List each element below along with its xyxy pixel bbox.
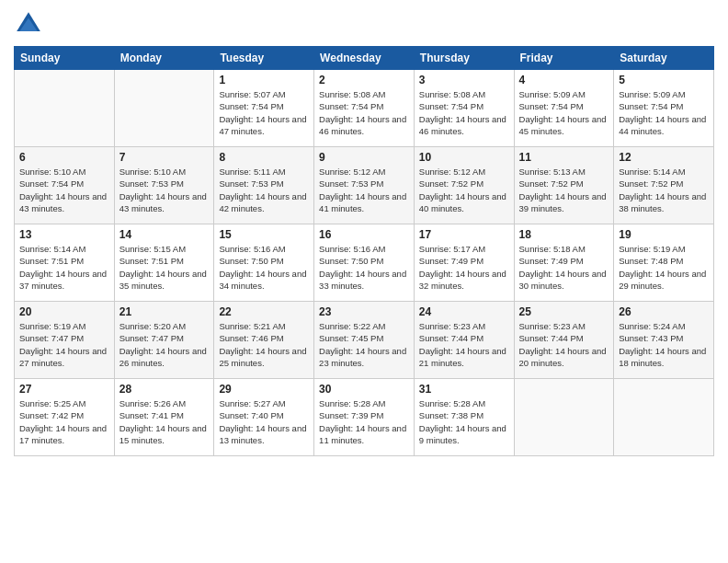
day-cell: 13Sunrise: 5:14 AM Sunset: 7:51 PM Dayli…	[15, 224, 115, 302]
day-number: 6	[19, 151, 109, 164]
day-cell: 19Sunrise: 5:19 AM Sunset: 7:48 PM Dayli…	[614, 224, 714, 302]
day-number: 20	[19, 305, 109, 318]
calendar-page: SundayMondayTuesdayWednesdayThursdayFrid…	[0, 0, 728, 563]
day-cell	[514, 379, 614, 456]
header-cell-tuesday: Tuesday	[214, 47, 314, 70]
day-info: Sunrise: 5:08 AM Sunset: 7:54 PM Dayligh…	[419, 88, 509, 137]
day-info: Sunrise: 5:28 AM Sunset: 7:38 PM Dayligh…	[419, 397, 509, 446]
day-cell: 16Sunrise: 5:16 AM Sunset: 7:50 PM Dayli…	[314, 224, 415, 302]
day-cell	[614, 379, 714, 456]
day-info: Sunrise: 5:23 AM Sunset: 7:44 PM Dayligh…	[519, 320, 609, 369]
day-number: 25	[519, 305, 609, 318]
day-cell: 22Sunrise: 5:21 AM Sunset: 7:46 PM Dayli…	[214, 302, 314, 379]
day-cell: 7Sunrise: 5:10 AM Sunset: 7:53 PM Daylig…	[114, 147, 214, 224]
day-number: 7	[119, 151, 210, 164]
day-info: Sunrise: 5:26 AM Sunset: 7:41 PM Dayligh…	[119, 397, 210, 446]
day-number: 30	[319, 383, 409, 396]
day-info: Sunrise: 5:19 AM Sunset: 7:48 PM Dayligh…	[619, 243, 709, 292]
day-info: Sunrise: 5:24 AM Sunset: 7:43 PM Dayligh…	[619, 320, 709, 369]
day-number: 21	[119, 305, 210, 318]
day-info: Sunrise: 5:20 AM Sunset: 7:47 PM Dayligh…	[119, 320, 210, 369]
day-number: 5	[619, 74, 709, 86]
day-number: 12	[619, 151, 709, 164]
day-cell: 15Sunrise: 5:16 AM Sunset: 7:50 PM Dayli…	[214, 224, 314, 302]
day-info: Sunrise: 5:19 AM Sunset: 7:47 PM Dayligh…	[19, 320, 109, 369]
day-info: Sunrise: 5:18 AM Sunset: 7:49 PM Dayligh…	[519, 243, 609, 292]
day-cell	[15, 70, 115, 147]
day-number: 31	[419, 383, 509, 396]
day-info: Sunrise: 5:22 AM Sunset: 7:45 PM Dayligh…	[319, 320, 409, 369]
day-info: Sunrise: 5:25 AM Sunset: 7:42 PM Dayligh…	[19, 397, 109, 446]
header-cell-sunday: Sunday	[15, 47, 115, 70]
day-number: 23	[319, 305, 409, 318]
day-number: 27	[19, 383, 109, 396]
header-cell-thursday: Thursday	[414, 47, 514, 70]
day-info: Sunrise: 5:07 AM Sunset: 7:54 PM Dayligh…	[219, 88, 309, 137]
day-info: Sunrise: 5:16 AM Sunset: 7:50 PM Dayligh…	[319, 243, 409, 292]
day-info: Sunrise: 5:21 AM Sunset: 7:46 PM Dayligh…	[219, 320, 309, 369]
day-cell: 12Sunrise: 5:14 AM Sunset: 7:52 PM Dayli…	[614, 147, 714, 224]
day-cell: 24Sunrise: 5:23 AM Sunset: 7:44 PM Dayli…	[414, 302, 514, 379]
header-cell-monday: Monday	[114, 47, 214, 70]
day-cell: 8Sunrise: 5:11 AM Sunset: 7:53 PM Daylig…	[214, 147, 314, 224]
day-number: 1	[219, 74, 309, 86]
day-number: 14	[119, 228, 210, 241]
header	[14, 9, 714, 39]
day-cell: 28Sunrise: 5:26 AM Sunset: 7:41 PM Dayli…	[114, 379, 214, 456]
day-cell: 25Sunrise: 5:23 AM Sunset: 7:44 PM Dayli…	[514, 302, 614, 379]
day-info: Sunrise: 5:15 AM Sunset: 7:51 PM Dayligh…	[119, 243, 210, 292]
day-number: 4	[519, 74, 609, 86]
day-number: 24	[419, 305, 509, 318]
day-info: Sunrise: 5:11 AM Sunset: 7:53 PM Dayligh…	[219, 166, 309, 214]
week-row-3: 13Sunrise: 5:14 AM Sunset: 7:51 PM Dayli…	[15, 224, 714, 302]
week-row-4: 20Sunrise: 5:19 AM Sunset: 7:47 PM Dayli…	[15, 302, 714, 379]
day-cell: 23Sunrise: 5:22 AM Sunset: 7:45 PM Dayli…	[314, 302, 415, 379]
day-cell: 21Sunrise: 5:20 AM Sunset: 7:47 PM Dayli…	[114, 302, 214, 379]
day-cell: 6Sunrise: 5:10 AM Sunset: 7:54 PM Daylig…	[15, 147, 115, 224]
day-cell: 18Sunrise: 5:18 AM Sunset: 7:49 PM Dayli…	[514, 224, 614, 302]
day-cell: 3Sunrise: 5:08 AM Sunset: 7:54 PM Daylig…	[414, 70, 514, 147]
day-number: 22	[219, 305, 309, 318]
day-number: 29	[219, 383, 309, 396]
day-number: 18	[519, 228, 609, 241]
day-info: Sunrise: 5:12 AM Sunset: 7:53 PM Dayligh…	[319, 166, 409, 214]
day-info: Sunrise: 5:08 AM Sunset: 7:54 PM Dayligh…	[319, 88, 409, 137]
day-number: 3	[419, 74, 509, 86]
day-number: 17	[419, 228, 509, 241]
calendar-body: 1Sunrise: 5:07 AM Sunset: 7:54 PM Daylig…	[15, 70, 714, 456]
week-row-1: 1Sunrise: 5:07 AM Sunset: 7:54 PM Daylig…	[15, 70, 714, 147]
day-cell: 17Sunrise: 5:17 AM Sunset: 7:49 PM Dayli…	[414, 224, 514, 302]
day-number: 15	[219, 228, 309, 241]
day-number: 11	[519, 151, 609, 164]
day-cell: 9Sunrise: 5:12 AM Sunset: 7:53 PM Daylig…	[314, 147, 415, 224]
calendar-header: SundayMondayTuesdayWednesdayThursdayFrid…	[15, 47, 714, 70]
day-number: 26	[619, 305, 709, 318]
day-cell: 10Sunrise: 5:12 AM Sunset: 7:52 PM Dayli…	[414, 147, 514, 224]
day-info: Sunrise: 5:27 AM Sunset: 7:40 PM Dayligh…	[219, 397, 309, 446]
day-cell: 2Sunrise: 5:08 AM Sunset: 7:54 PM Daylig…	[314, 70, 415, 147]
day-info: Sunrise: 5:09 AM Sunset: 7:54 PM Dayligh…	[619, 88, 709, 137]
day-info: Sunrise: 5:17 AM Sunset: 7:49 PM Dayligh…	[419, 243, 509, 292]
day-info: Sunrise: 5:28 AM Sunset: 7:39 PM Dayligh…	[319, 397, 409, 446]
day-number: 19	[619, 228, 709, 241]
logo-icon	[14, 9, 43, 39]
day-cell: 27Sunrise: 5:25 AM Sunset: 7:42 PM Dayli…	[15, 379, 115, 456]
day-cell: 26Sunrise: 5:24 AM Sunset: 7:43 PM Dayli…	[614, 302, 714, 379]
header-cell-saturday: Saturday	[614, 47, 714, 70]
day-cell: 20Sunrise: 5:19 AM Sunset: 7:47 PM Dayli…	[15, 302, 115, 379]
day-cell: 30Sunrise: 5:28 AM Sunset: 7:39 PM Dayli…	[314, 379, 415, 456]
day-cell: 1Sunrise: 5:07 AM Sunset: 7:54 PM Daylig…	[214, 70, 314, 147]
day-info: Sunrise: 5:16 AM Sunset: 7:50 PM Dayligh…	[219, 243, 309, 292]
calendar-table: SundayMondayTuesdayWednesdayThursdayFrid…	[14, 46, 714, 456]
day-cell	[114, 70, 214, 147]
header-cell-friday: Friday	[514, 47, 614, 70]
day-number: 8	[219, 151, 309, 164]
day-cell: 29Sunrise: 5:27 AM Sunset: 7:40 PM Dayli…	[214, 379, 314, 456]
day-number: 10	[419, 151, 509, 164]
day-cell: 14Sunrise: 5:15 AM Sunset: 7:51 PM Dayli…	[114, 224, 214, 302]
day-cell: 31Sunrise: 5:28 AM Sunset: 7:38 PM Dayli…	[414, 379, 514, 456]
day-number: 16	[319, 228, 409, 241]
header-cell-wednesday: Wednesday	[314, 47, 415, 70]
day-info: Sunrise: 5:23 AM Sunset: 7:44 PM Dayligh…	[419, 320, 509, 369]
week-row-2: 6Sunrise: 5:10 AM Sunset: 7:54 PM Daylig…	[15, 147, 714, 224]
